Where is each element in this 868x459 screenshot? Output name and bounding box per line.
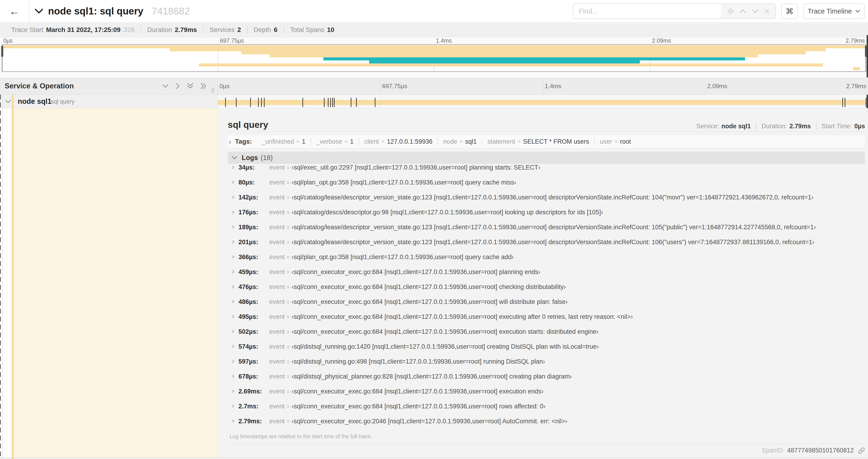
span-collapse-icon[interactable] [5, 100, 11, 104]
service-operation-label: Service & Operation [5, 82, 74, 90]
expand-one-icon[interactable] [176, 83, 180, 90]
span-color-accent-stripe [12, 95, 14, 459]
command-icon: ⌘ [786, 6, 794, 16]
log-marker[interactable] [258, 98, 259, 107]
find-suffix [722, 3, 776, 19]
equals-sign: = [296, 138, 300, 145]
tag-pair: statement=SELECT * FROM users [482, 138, 594, 145]
span-name-cell[interactable]: node sql1 sql query [0, 95, 217, 108]
log-entry-row[interactable]: ›574µs:event=‹sql/distsql_running.go:142… [228, 343, 865, 358]
equals-sign: = [286, 209, 290, 216]
log-entry-row[interactable]: ›502µs:event=‹sql/conn_executor_exec.go:… [228, 328, 865, 343]
prev-match-icon[interactable] [739, 9, 746, 13]
chevron-down-icon[interactable] [34, 8, 43, 14]
log-marker[interactable] [356, 98, 357, 107]
log-marker[interactable] [250, 98, 251, 107]
clear-search-icon[interactable] [764, 8, 770, 14]
log-entry-row[interactable]: ›80µs:event=‹sql/plan_opt.go:358 [nsql1,… [228, 179, 865, 194]
trace-meta-item: Services2 [203, 26, 247, 34]
logs-header[interactable]: Logs (18) [228, 152, 865, 164]
equals-sign: = [286, 388, 290, 395]
meta-value: March 31 2022, 17:25:09 [46, 26, 120, 34]
trace-meta-bar: Trace StartMarch 31 2022, 17:25:09.326Du… [0, 23, 868, 37]
back-button[interactable]: ← [0, 0, 29, 22]
chevron-down-icon [855, 9, 860, 13]
log-marker[interactable] [236, 98, 237, 107]
log-marker[interactable] [324, 98, 324, 107]
tag-key: _verbose [316, 138, 342, 145]
column-resize-grip[interactable] [212, 88, 214, 93]
minimap-tick-label: 2.09ms [652, 37, 671, 44]
tag-value: 127.0.0.1:59936 [387, 138, 432, 145]
log-marker[interactable] [334, 98, 335, 107]
equals-sign: = [286, 224, 290, 231]
detail-meta-label: Start Time: [822, 123, 852, 130]
locate-icon[interactable] [727, 8, 734, 14]
log-marker[interactable] [261, 98, 262, 107]
timeline-tick-label: 0µs [220, 83, 229, 90]
log-marker[interactable] [866, 98, 866, 107]
log-marker[interactable] [332, 98, 333, 107]
log-entry-row[interactable]: ›2.79ms:event=‹sql/conn_executor_exec.go… [228, 418, 865, 432]
log-field-key: event [269, 418, 285, 425]
trace-timeline-dropdown[interactable]: Trace Timeline [803, 3, 865, 19]
tag-value: 1 [350, 138, 353, 145]
log-entry-row[interactable]: ›366µs:event=‹sql/plan_opt.go:358 [nsql1… [228, 253, 865, 268]
timeline-gridline [543, 77, 543, 94]
log-entry-row[interactable]: ›142µs:event=‹sql/catalog/lease/descript… [228, 194, 865, 208]
timeline-gridline [705, 77, 706, 94]
tags-accordion[interactable]: › Tags: _unfinished=1_verbose=1client=12… [228, 135, 865, 148]
meta-label: Total Spans [290, 26, 324, 34]
log-entry-row[interactable]: ›459µs:event=‹sql/conn_executor_exec.go:… [228, 268, 865, 283]
log-entry-row[interactable]: ›201µs:event=‹sql/catalog/lease/descript… [228, 238, 865, 253]
log-entry-row[interactable]: ›189µs:event=‹sql/catalog/lease/descript… [228, 223, 865, 238]
log-entry-row[interactable]: ›486µs:event=‹sql/conn_executor_exec.go:… [228, 298, 865, 313]
log-entry-row[interactable]: ›597µs:event=‹sql/distsql_running.go:498… [228, 358, 865, 373]
link-icon[interactable] [858, 447, 865, 454]
log-entry-row[interactable]: ›2.69ms:event=‹sql/conn_executor_exec.go… [228, 388, 865, 402]
trace-meta-item: Total Spans10 [283, 26, 340, 34]
keyboard-shortcuts-button[interactable]: ⌘ [781, 3, 798, 19]
span-timeline-cell[interactable] [217, 95, 866, 108]
log-marker[interactable] [264, 98, 265, 107]
log-marker[interactable] [225, 98, 226, 107]
log-field-value: ‹sql/conn_executor_exec.go:684 [nsql1,cl… [292, 313, 633, 321]
log-marker[interactable] [330, 98, 331, 107]
logs-footnote: Log timestamps are relative to the start… [228, 433, 372, 440]
span-duration-bar[interactable] [218, 100, 866, 105]
log-entry-row[interactable]: ›678µs:event=‹sql/distsql_physical_plann… [228, 373, 865, 388]
scrubber-left-grip[interactable] [1, 46, 3, 57]
chevron-right-icon: › [232, 327, 234, 334]
log-entry-row[interactable]: ›176µs:event=‹sql/catalog/descs/descript… [228, 208, 865, 223]
chevron-right-icon: › [232, 342, 234, 349]
expand-all-icon[interactable] [200, 83, 207, 90]
tag-key: statement [488, 138, 515, 145]
log-entry-row[interactable]: ›476µs:event=‹sql/conn_executor_exec.go:… [228, 283, 865, 298]
detail-operation-title: sql query [228, 120, 268, 130]
span-row[interactable]: node sql1 sql query [0, 95, 868, 108]
minimap-span-band [169, 48, 826, 51]
log-entry-row[interactable]: ›34µs:event=‹sql/exec_util.go:2297 [nsql… [228, 164, 865, 179]
collapse-all-icon[interactable] [187, 83, 194, 90]
collapse-one-icon[interactable] [162, 84, 169, 88]
log-entry-row[interactable]: ›495µs:event=‹sql/conn_executor_exec.go:… [228, 313, 865, 328]
log-field-value: ‹sql/catalog/lease/descriptor_version_st… [292, 194, 813, 201]
log-marker[interactable] [328, 98, 329, 107]
detail-meta-label: Duration: [762, 123, 787, 130]
log-marker[interactable] [351, 98, 351, 107]
span-operation-name: sql query [51, 98, 74, 105]
find-input[interactable] [573, 3, 722, 19]
log-marker[interactable] [375, 98, 375, 107]
log-timestamp: 574µs: [239, 343, 264, 350]
log-marker[interactable] [842, 98, 843, 107]
tag-pair: _unfinished=1 [257, 138, 311, 145]
tag-pair: user=root [594, 138, 636, 145]
log-marker[interactable] [302, 98, 303, 107]
log-entry-row[interactable]: ›2.7ms:event=‹sql/conn_executor_exec.go:… [228, 402, 865, 418]
log-marker[interactable] [845, 98, 845, 107]
detail-meta-value: 0µs [854, 123, 865, 130]
minimap-canvas[interactable] [2, 44, 866, 72]
chevron-right-icon: › [232, 417, 234, 424]
next-match-icon[interactable] [752, 9, 759, 13]
log-timestamp: 201µs: [239, 239, 264, 246]
